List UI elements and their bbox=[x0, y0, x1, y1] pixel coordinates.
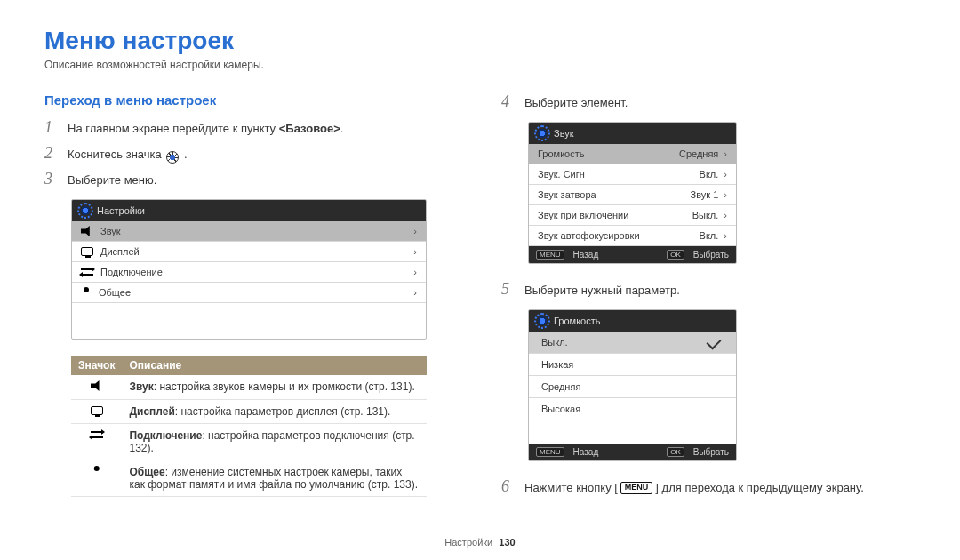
volume-screenshot: Громкость Выкл. Низкая Средняя Высокая M bbox=[528, 309, 737, 461]
page-subtitle: Описание возможностей настройки камеры. bbox=[44, 59, 916, 71]
ui-header-label: Настройки bbox=[97, 205, 145, 216]
settings-row-general: Общее › bbox=[72, 283, 426, 303]
menu-key-icon: MENU bbox=[536, 250, 564, 260]
step-text: Нажмите кнопку [ bbox=[524, 481, 618, 494]
volume-option: Выкл. bbox=[529, 332, 736, 354]
section-heading: Переход в меню настроек bbox=[44, 92, 459, 108]
step-4: 4 Выберите элемент. bbox=[501, 92, 916, 111]
sound-icon bbox=[81, 226, 93, 236]
volume-option: Средняя bbox=[529, 376, 736, 398]
check-icon bbox=[707, 335, 722, 350]
step-text: Выберите меню. bbox=[68, 173, 156, 187]
table-row: Общее: изменение системных настроек каме… bbox=[71, 460, 427, 497]
menu-key-icon: MENU bbox=[620, 482, 653, 494]
step-num: 3 bbox=[44, 170, 59, 188]
sound-row: Звук затвора Звук 1› bbox=[529, 185, 736, 205]
volume-option: Низкая bbox=[529, 354, 736, 376]
ui-header: Звук bbox=[529, 123, 736, 144]
user-icon bbox=[81, 287, 92, 298]
description-table: Значок Описание Звук: настройка звуков к… bbox=[71, 356, 427, 497]
step-num: 6 bbox=[501, 477, 516, 496]
user-icon bbox=[92, 466, 102, 476]
chevron-right-icon: › bbox=[724, 169, 727, 180]
sound-icon bbox=[91, 380, 103, 391]
chevron-right-icon: › bbox=[724, 210, 727, 220]
gear-icon bbox=[79, 204, 92, 217]
settings-screenshot: Настройки Звук › Дисплей › Подключение ›… bbox=[71, 199, 427, 340]
ui-navbar: MENU Назад OK Выбрать bbox=[529, 246, 736, 263]
th-desc: Описание bbox=[122, 356, 427, 375]
sound-row: Звук автофокусировки Вкл.› bbox=[529, 226, 736, 246]
connection-icon bbox=[91, 429, 103, 440]
step-bold: <Базовое> bbox=[279, 122, 340, 135]
sound-row: Громкость Средняя› bbox=[529, 144, 736, 164]
sound-row: Звук. Сигн Вкл.› bbox=[529, 164, 736, 185]
ui-header: Настройки bbox=[72, 200, 426, 221]
chevron-right-icon: › bbox=[413, 246, 417, 257]
table-row: Звук: настройка звуков камеры и их громк… bbox=[71, 375, 427, 400]
ui-navbar: MENU Назад OK Выбрать bbox=[529, 444, 736, 460]
chevron-right-icon: › bbox=[724, 230, 727, 241]
settings-row-sound: Звук › bbox=[72, 221, 426, 242]
page-number: 130 bbox=[499, 537, 515, 548]
chevron-right-icon: › bbox=[413, 226, 417, 236]
chevron-right-icon: › bbox=[724, 189, 727, 200]
step-6: 6 Нажмите кнопку [MENU] для перехода к п… bbox=[501, 477, 916, 496]
page-title: Меню настроек bbox=[44, 27, 916, 55]
chevron-right-icon: › bbox=[724, 148, 727, 159]
step-num: 4 bbox=[501, 92, 516, 111]
step-text: Коснитесь значка bbox=[68, 148, 162, 161]
settings-row-connection: Подключение › bbox=[72, 262, 426, 283]
volume-option: Высокая bbox=[529, 398, 736, 420]
step-text: На главном экране перейдите к пункту bbox=[68, 122, 279, 135]
display-icon bbox=[81, 247, 93, 256]
gear-icon bbox=[536, 127, 548, 140]
step-num: 5 bbox=[501, 280, 516, 299]
table-row: Подключение: настройка параметров подклю… bbox=[71, 424, 427, 460]
gear-icon bbox=[166, 151, 179, 164]
ok-key-icon: OK bbox=[667, 250, 684, 260]
connection-icon bbox=[81, 267, 93, 277]
ui-header: Громкость bbox=[529, 310, 736, 332]
step-1: 1 На главном экране перейдите к пункту <… bbox=[44, 118, 459, 137]
page-footer: Настройки 130 bbox=[0, 537, 960, 548]
settings-row-display: Дисплей › bbox=[72, 242, 426, 262]
step-2: 2 Коснитесь значка . bbox=[44, 144, 459, 163]
table-row: Дисплей: настройка параметров дисплея (с… bbox=[71, 400, 427, 424]
display-icon bbox=[91, 406, 103, 415]
sound-row: Звук при включении Выкл.› bbox=[529, 205, 736, 226]
chevron-right-icon: › bbox=[413, 267, 417, 277]
th-icon: Значок bbox=[71, 356, 122, 375]
step-num: 2 bbox=[44, 144, 59, 163]
menu-key-icon: MENU bbox=[536, 447, 564, 457]
gear-icon bbox=[536, 315, 548, 327]
step-3: 3 Выберите меню. bbox=[44, 170, 459, 188]
step-text: Выберите нужный параметр. bbox=[524, 284, 680, 297]
sound-screenshot: Звук Громкость Средняя› Звук. Сигн Вкл.›… bbox=[528, 122, 737, 264]
step-5: 5 Выберите нужный параметр. bbox=[501, 280, 916, 299]
ok-key-icon: OK bbox=[667, 447, 684, 457]
step-num: 1 bbox=[44, 118, 59, 137]
step-text: Выберите элемент. bbox=[524, 96, 628, 109]
chevron-right-icon: › bbox=[413, 287, 417, 298]
